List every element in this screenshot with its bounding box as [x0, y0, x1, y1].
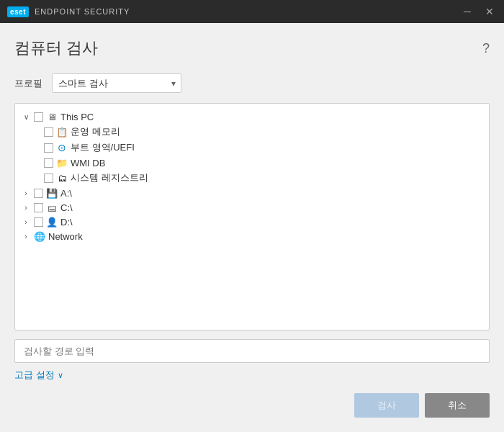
checkbox-drive-c[interactable] — [34, 203, 43, 212]
checkbox-registry[interactable] — [44, 174, 53, 183]
checkbox-boot[interactable] — [44, 143, 53, 153]
titlebar-left: eset ENDPOINT SECURITY — [7, 6, 130, 17]
tree-label-memory: 운영 메모리 — [71, 125, 120, 138]
tree-item-registry[interactable]: 🗂 시스템 레지스트리 — [18, 170, 486, 186]
file-tree[interactable]: ∨ 🖥 This PC 📋 운영 메모리 ⊙ 부트 영역/UEFI 📁 WMI … — [14, 103, 490, 330]
expand-arrow-drive-a: › — [21, 189, 31, 197]
checkbox-this-pc[interactable] — [34, 112, 43, 122]
titlebar-controls: ─ ✕ — [461, 5, 497, 18]
checkbox-wmi[interactable] — [44, 158, 53, 168]
boot-icon: ⊙ — [56, 142, 68, 153]
tree-label-wmi: WMI DB — [71, 158, 105, 168]
expand-arrow-drive-d: › — [21, 218, 31, 226]
network-icon: 🌐 — [34, 230, 45, 242]
registry-icon: 🗂 — [56, 172, 68, 184]
drive-d-icon: 👤 — [46, 216, 58, 228]
cancel-button[interactable]: 취소 — [425, 393, 490, 418]
titlebar-title: ENDPOINT SECURITY — [35, 7, 130, 16]
profile-select-wrapper: 스마트 검사 심층 검사 사용자 지정 검사 — [52, 73, 181, 93]
tree-label-drive-a: A:\ — [60, 188, 72, 199]
drive-a-icon: 💾 — [46, 187, 58, 199]
tree-item-drive-d[interactable]: › 👤 D:\ — [18, 215, 486, 229]
tree-item-drive-c[interactable]: › 🖴 C:\ — [18, 200, 486, 215]
tree-item-network[interactable]: › 🌐 Network — [18, 229, 486, 243]
tree-item-drive-a[interactable]: › 💾 A:\ — [18, 186, 486, 200]
expand-arrow-drive-c: › — [21, 204, 31, 212]
button-row: 검사 취소 — [14, 393, 490, 418]
tree-item-boot[interactable]: ⊙ 부트 영역/UEFI — [18, 140, 486, 156]
tree-label-this-pc: This PC — [60, 112, 94, 122]
profile-select[interactable]: 스마트 검사 심층 검사 사용자 지정 검사 — [52, 73, 181, 93]
checkbox-memory[interactable] — [44, 127, 53, 137]
wmi-icon: 📁 — [56, 157, 68, 168]
tree-label-drive-d: D:\ — [60, 217, 73, 228]
checkbox-drive-d[interactable] — [34, 217, 43, 227]
expand-arrow-network: › — [21, 233, 31, 240]
memory-icon: 📋 — [56, 126, 68, 138]
profile-label: 프로필 — [14, 77, 43, 90]
page-title: 컴퓨터 검사 — [14, 37, 98, 59]
close-button[interactable]: ✕ — [482, 5, 497, 18]
tree-label-network: Network — [48, 231, 83, 242]
advanced-settings-arrow: ∨ — [58, 371, 63, 380]
expand-arrow-this-pc: ∨ — [21, 113, 31, 121]
titlebar: eset ENDPOINT SECURITY ─ ✕ — [0, 0, 504, 23]
advanced-settings-row[interactable]: 고급 설정 ∨ — [14, 369, 490, 382]
tree-item-wmi[interactable]: 📁 WMI DB — [18, 156, 486, 170]
eset-logo: eset — [7, 6, 29, 17]
tree-label-boot: 부트 영역/UEFI — [71, 141, 135, 154]
help-button[interactable]: ? — [482, 41, 490, 56]
path-input[interactable] — [14, 339, 490, 363]
minimize-button[interactable]: ─ — [461, 5, 474, 18]
checkbox-drive-a[interactable] — [34, 189, 43, 198]
drive-c-icon: 🖴 — [46, 202, 58, 213]
tree-item-this-pc[interactable]: ∨ 🖥 This PC — [18, 109, 486, 124]
tree-label-registry: 시스템 레지스트리 — [71, 171, 148, 184]
page-header: 컴퓨터 검사 ? — [14, 37, 490, 59]
tree-item-memory[interactable]: 📋 운영 메모리 — [18, 124, 486, 140]
scan-button[interactable]: 검사 — [354, 393, 419, 418]
advanced-settings-label: 고급 설정 — [14, 369, 55, 382]
pc-icon: 🖥 — [46, 111, 58, 122]
main-content: 컴퓨터 검사 ? 프로필 스마트 검사 심층 검사 사용자 지정 검사 ∨ 🖥 … — [0, 23, 504, 432]
profile-row: 프로필 스마트 검사 심층 검사 사용자 지정 검사 — [14, 73, 490, 93]
tree-label-drive-c: C:\ — [60, 202, 73, 213]
